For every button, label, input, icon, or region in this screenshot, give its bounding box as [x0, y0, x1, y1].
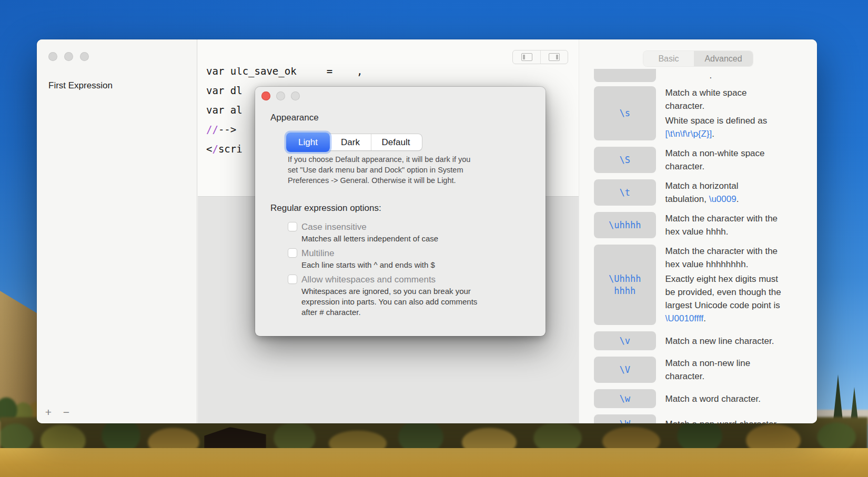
token-link[interactable]: \u0009 — [709, 194, 736, 204]
zoom-button[interactable] — [80, 52, 89, 61]
dialog-zoom-button[interactable] — [291, 92, 300, 100]
add-expression-button[interactable]: + — [42, 407, 55, 419]
dialog-close-button[interactable] — [261, 92, 270, 100]
token-description: Match a non-white spacecharacter. — [665, 147, 810, 173]
wallpaper-grass-field — [0, 448, 868, 477]
reference-row: \sMatch a white spacecharacter.White spa… — [594, 86, 810, 140]
reference-row: \VMatch a non-new linecharacter. — [594, 357, 810, 383]
token-description: Match a new line character. — [665, 334, 810, 348]
regex-token[interactable]: \s — [594, 86, 656, 140]
reference-tabs: Basic Advanced — [643, 51, 753, 66]
regex-token[interactable] — [594, 69, 656, 82]
token-reference-list: .\sMatch a white spacecharacter.White sp… — [594, 69, 810, 423]
regex-option: Allow whitespaces and commentsWhitespace… — [288, 273, 546, 318]
regex-token[interactable]: \w — [594, 389, 656, 408]
reference-row: \uhhhhMatch the character with thehex va… — [594, 212, 810, 238]
regex-token[interactable]: \S — [594, 147, 656, 173]
checkbox[interactable] — [288, 222, 297, 231]
token-description: Match a word character. — [665, 392, 810, 405]
dialog-window-controls — [261, 92, 300, 100]
toggle-right-panel-button[interactable] — [540, 50, 568, 64]
sidebar-item-first-expression[interactable]: First Expression — [48, 77, 185, 94]
option-label[interactable]: Case insensitive — [301, 221, 438, 234]
appearance-segmented-control: Light Dark Default — [288, 134, 422, 150]
regex-token[interactable]: \W — [594, 414, 656, 423]
appearance-label: Appearance — [270, 113, 546, 123]
checkbox[interactable] — [288, 249, 297, 257]
option-description: Whitespaces are ignored, so you can brea… — [301, 286, 477, 297]
panel-toggle-group — [512, 50, 568, 64]
checkbox[interactable] — [288, 275, 297, 283]
left-panel-icon — [521, 53, 532, 61]
reference-row: \SMatch a non-white spacecharacter. — [594, 147, 810, 173]
desktop: First Expression + − var ulc_save_ok = ,… — [0, 0, 868, 477]
right-panel-icon — [549, 53, 560, 61]
token-link[interactable]: [\t\n\f\r\p{Z}] — [665, 129, 712, 139]
reference-panel: Basic Advanced .\sMatch a white spacecha… — [579, 39, 817, 423]
reference-row: \WMatch a non-word character. — [594, 414, 810, 423]
regex-option: MultilineEach line starts with ^ and end… — [288, 247, 546, 270]
token-description: Match a non-new linecharacter. — [665, 357, 810, 383]
segment-default[interactable]: Default — [371, 134, 420, 150]
tab-advanced[interactable]: Advanced — [694, 51, 753, 66]
minimize-button[interactable] — [64, 52, 73, 61]
option-description: Matches all letters independent of case — [301, 234, 438, 244]
regex-token[interactable]: \t — [594, 179, 656, 206]
preferences-dialog: Appearance Light Dark Default If you cho… — [255, 87, 546, 336]
sidebar-footer: + − — [42, 407, 73, 419]
regex-token[interactable]: \V — [594, 357, 656, 383]
reference-row: \wMatch a word character. — [594, 389, 810, 408]
token-description: Match a non-word character. — [665, 418, 810, 424]
regex-options-label: Regular expression options: — [270, 203, 546, 214]
regex-token[interactable]: \Uhhhhhhhh — [594, 245, 656, 325]
option-label[interactable]: Multiline — [301, 247, 435, 260]
token-description: Match a white spacecharacter.White space… — [665, 86, 810, 140]
reference-row: . — [594, 69, 810, 82]
regex-token[interactable]: \uhhhh — [594, 212, 656, 238]
reference-row: \tMatch a horizontaltabulation, \u0009. — [594, 179, 810, 206]
option-label[interactable]: Allow whitespaces and comments — [301, 273, 477, 286]
option-description: after # character. — [301, 307, 477, 318]
token-description: Match the character with thehex value hh… — [665, 245, 810, 325]
option-description: Each line starts with ^ and ends with $ — [301, 260, 435, 270]
segment-dark[interactable]: Dark — [330, 134, 371, 150]
close-button[interactable] — [48, 52, 57, 61]
regex-options-list: Case insensitiveMatches all letters inde… — [288, 221, 546, 318]
token-description: Match a horizontaltabulation, \u0009. — [665, 179, 810, 206]
expression-sidebar: First Expression + − — [37, 39, 197, 423]
toggle-left-panel-button[interactable] — [513, 50, 540, 64]
option-description: expression into parts. You can also add … — [301, 297, 477, 307]
segment-light[interactable]: Light — [286, 133, 330, 152]
reference-row: \UhhhhhhhhMatch the character with thehe… — [594, 245, 810, 325]
token-description: Match the character with thehex value hh… — [665, 212, 810, 238]
code-line: var ulc_save_ok = , — [206, 67, 579, 81]
regex-token[interactable]: \v — [594, 331, 656, 350]
remove-expression-button[interactable]: − — [60, 407, 73, 419]
token-description: . — [665, 69, 810, 82]
reference-row: \vMatch a new line character. — [594, 331, 810, 350]
tab-basic[interactable]: Basic — [643, 51, 694, 66]
window-controls — [48, 52, 89, 61]
dialog-minimize-button[interactable] — [276, 92, 285, 100]
regex-option: Case insensitiveMatches all letters inde… — [288, 221, 546, 244]
token-link[interactable]: \U0010ffff — [665, 313, 704, 323]
appearance-help-text: If you choose Default appearance, it wil… — [288, 154, 546, 186]
